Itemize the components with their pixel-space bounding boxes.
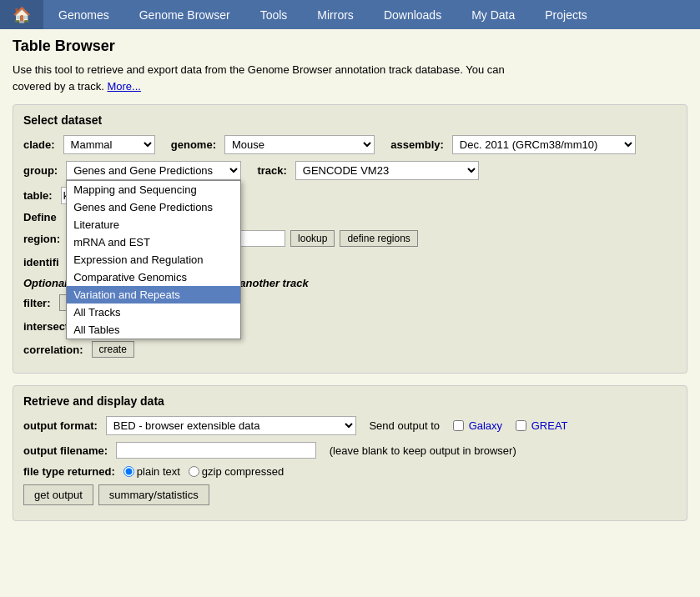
track-select[interactable]: GENCODE VM23 xyxy=(295,161,479,180)
page-title: Table Browser xyxy=(13,38,687,55)
group-dropdown-container: Genes and Gene Predictions Mapping and S… xyxy=(66,161,241,180)
dd-item[interactable]: Mapping and Sequencing xyxy=(67,181,240,198)
dd-item[interactable]: All Tables xyxy=(67,321,240,339)
file-type-label: file type returned: xyxy=(23,465,115,478)
nav-mirrors[interactable]: Mirrors xyxy=(302,0,369,29)
assembly-select[interactable]: Dec. 2011 (GRCm38/mm10) xyxy=(452,135,636,154)
dd-item[interactable]: All Tracks xyxy=(67,304,240,321)
dd-item[interactable]: mRNA and EST xyxy=(67,233,240,251)
output-filename-label: output filename: xyxy=(23,444,108,457)
correlation-create-button[interactable]: create xyxy=(92,341,134,358)
output-format-select[interactable]: BED - browser extensible data GTF - gene… xyxy=(106,416,356,435)
home-icon[interactable]: 🏠 xyxy=(0,0,43,29)
output-filename-row: output filename: (leave blank to keep ou… xyxy=(23,442,677,459)
dd-item[interactable]: Comparative Genomics xyxy=(67,268,240,286)
correlation-row: correlation: create xyxy=(23,341,677,358)
group-dropdown-list: Mapping and SequencingGenes and Gene Pre… xyxy=(66,180,241,339)
galaxy-link[interactable]: Galaxy xyxy=(469,419,502,432)
nav-projects[interactable]: Projects xyxy=(530,0,602,29)
great-checkbox[interactable] xyxy=(516,420,526,431)
output-filename-input[interactable] xyxy=(116,442,316,459)
nav-tools[interactable]: Tools xyxy=(245,0,303,29)
track-label: track: xyxy=(257,164,286,177)
genome-label: genome: xyxy=(171,138,216,151)
group-select[interactable]: Genes and Gene Predictions Mapping and S… xyxy=(66,161,241,180)
clade-select[interactable]: Mammal Vertebrate Insect Nematode Other xyxy=(63,135,155,154)
dd-item[interactable]: Expression and Regulation xyxy=(67,251,240,268)
define-regions-button[interactable]: define regions xyxy=(340,230,417,247)
get-output-button[interactable]: get output xyxy=(23,484,93,505)
group-track-row: group: Genes and Gene Predictions Mappin… xyxy=(23,161,677,180)
page-content: Table Browser Use this tool to retrieve … xyxy=(0,29,700,541)
region-label: region: xyxy=(23,233,60,245)
great-link[interactable]: GREAT xyxy=(531,419,568,432)
gzip-label: gzip compressed xyxy=(202,465,284,478)
page-description: Use this tool to retrieve and export dat… xyxy=(13,62,687,94)
assembly-label: assembly: xyxy=(390,138,444,151)
summary-statistics-button[interactable]: summary/statistics xyxy=(98,484,209,505)
filter-label: filter: xyxy=(23,297,51,309)
group-label: group: xyxy=(23,164,58,177)
clade-genome-assembly-row: clade: Mammal Vertebrate Insect Nematode… xyxy=(23,135,677,154)
output-format-row: output format: BED - browser extensible … xyxy=(23,416,677,435)
dd-item[interactable]: Literature xyxy=(67,216,240,233)
correlation-label: correlation: xyxy=(23,344,83,356)
table-label: table: xyxy=(23,189,53,202)
define-label: Define xyxy=(23,211,57,223)
nav-genome-browser[interactable]: Genome Browser xyxy=(124,0,245,29)
dd-item[interactable]: Genes and Gene Predictions xyxy=(67,198,240,216)
select-dataset-title: Select dataset xyxy=(23,113,677,127)
plain-text-label: plain text xyxy=(137,465,180,478)
file-type-radio-group: plain text gzip compressed xyxy=(123,465,284,478)
gzip-radio-label[interactable]: gzip compressed xyxy=(189,465,284,478)
identifier-label: identifi xyxy=(23,256,59,268)
nav-my-data[interactable]: My Data xyxy=(456,0,530,29)
genome-select[interactable]: Mouse Human Rat xyxy=(224,135,375,154)
filename-hint: (leave blank to keep output in browser) xyxy=(330,444,516,457)
dd-item[interactable]: Variation and Repeats xyxy=(67,286,240,304)
plain-text-radio-label[interactable]: plain text xyxy=(123,465,180,478)
select-dataset-section: Select dataset clade: Mammal Vertebrate … xyxy=(13,104,687,374)
action-buttons-row: get output summary/statistics xyxy=(23,484,677,505)
navbar: 🏠 Genomes Genome Browser Tools Mirrors D… xyxy=(0,0,700,29)
plain-text-radio[interactable] xyxy=(123,466,134,477)
lookup-button[interactable]: lookup xyxy=(290,230,335,247)
clade-label: clade: xyxy=(23,138,55,151)
gzip-radio[interactable] xyxy=(189,466,199,477)
send-output-label: Send output to xyxy=(369,419,440,432)
galaxy-checkbox[interactable] xyxy=(453,420,464,431)
file-type-row: file type returned: plain text gzip comp… xyxy=(23,465,677,478)
retrieve-section: Retrieve and display data output format:… xyxy=(13,385,687,521)
nav-downloads[interactable]: Downloads xyxy=(369,0,456,29)
more-link[interactable]: More... xyxy=(107,80,140,93)
nav-genomes[interactable]: Genomes xyxy=(43,0,124,29)
output-format-label: output format: xyxy=(23,419,98,432)
retrieve-title: Retrieve and display data xyxy=(23,394,677,408)
